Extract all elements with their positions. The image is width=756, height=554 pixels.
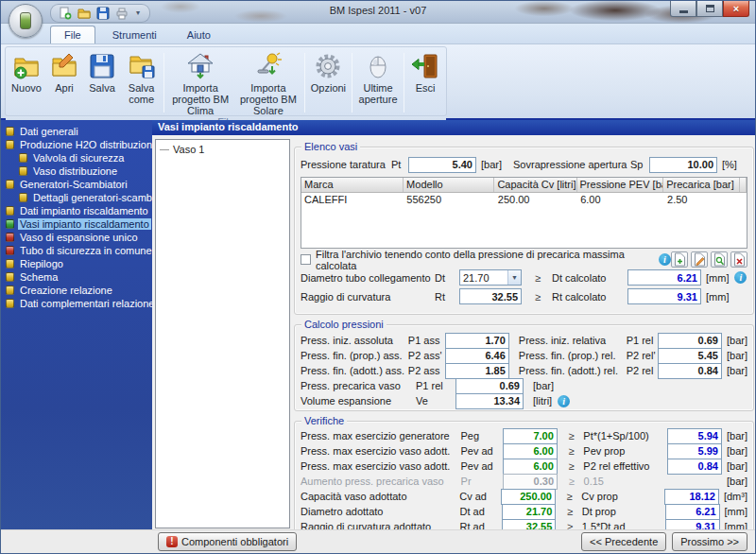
esci-button[interactable]: Esci [406, 49, 444, 116]
rt-symbol: Rt [435, 291, 459, 303]
salva-button[interactable]: Salva [83, 49, 121, 116]
node-icon [19, 153, 27, 163]
rt-label: Raggio di curvatura [301, 291, 435, 303]
maximize-button[interactable] [696, 1, 723, 17]
sidebar-item-vaso-espansione-unico[interactable]: Vaso di espansione unico [1, 231, 152, 244]
sidebar-item-generatori-scambiatori[interactable]: Generatori-Scambiatori [1, 178, 152, 191]
info-icon[interactable]: i [734, 271, 747, 284]
info-icon[interactable]: i [558, 395, 570, 407]
col-header-capacita[interactable]: Capacità Cv [litri] [494, 178, 576, 192]
componenti-obbligatori-button[interactable]: ! Componenti obbligatori [158, 532, 297, 551]
calcolo-row: Press. iniz. assolutaP1 ass 1.70 Press. … [301, 333, 747, 348]
precedente-button[interactable]: << Precedente [581, 532, 666, 551]
tree-item-vaso-1[interactable]: Vaso 1 [158, 144, 287, 155]
filter-checkbox[interactable] [301, 254, 311, 265]
adopted-field[interactable]: 7.00 [503, 428, 558, 444]
prossimo-button[interactable]: Prossimo >> [672, 532, 747, 551]
calcolo-pressioni-groupbox: Calcolo pressioni Press. iniz. assolutaP… [294, 324, 754, 411]
filter-label: Filtra l'archivio tenendo conto della pr… [316, 249, 653, 271]
save-as-icon [127, 51, 157, 81]
computed-field: 18.12 [664, 489, 719, 505]
ribbon-tab-strip: File Strumenti Aiuto [1, 24, 755, 44]
taratura-row: Pressione taratura Pt 5.40 [bar] Sovrapr… [301, 156, 747, 173]
minimize-button[interactable] [670, 1, 696, 17]
sidebar-item-creazione-relazione[interactable]: Creazione relazione [1, 284, 152, 297]
sidebar-item-tubo-sicurezza[interactable]: Tubo di sicurezza in comune [1, 244, 152, 257]
opzioni-button[interactable]: Opzioni [307, 49, 350, 116]
ultime-aperture-button[interactable]: Ultime aperture [354, 49, 402, 116]
pt-unit: [bar] [481, 159, 502, 170]
col-header-modello[interactable]: Modello [404, 178, 494, 192]
sidebar-item-schema[interactable]: Schema [1, 270, 152, 284]
dt-unit: [mm] [706, 272, 729, 284]
nuovo-button[interactable]: Nuovo [8, 49, 45, 116]
ribbon-separator [163, 53, 164, 113]
close-button[interactable]: × [723, 1, 749, 17]
adopted-field[interactable]: 6.00 [503, 443, 558, 459]
computed-field: 5.94 [667, 428, 722, 444]
tab-strumenti[interactable]: Strumenti [99, 26, 170, 43]
value-field: 0.84 [658, 363, 722, 379]
importa-bm-solare-button[interactable]: Importa progetto BM Solare [234, 49, 302, 116]
sidebar-item-produzione-h2o[interactable]: Produzione H2O distribuzione [1, 138, 152, 151]
adopted-field[interactable]: 250.00 [501, 489, 556, 505]
rt-field[interactable]: 32.55 [459, 288, 522, 304]
node-icon [6, 127, 14, 136]
window-title: BM Ispesl 2011 - v07 [1, 5, 755, 16]
import-house-icon [185, 51, 215, 81]
ribbon-separator [404, 53, 404, 113]
maximize-icon [706, 5, 714, 12]
sidebar-item-dati-generali[interactable]: Dati generali [1, 125, 152, 138]
verifica-row: Press. max esercizio generatorePeg 7.00 … [301, 428, 747, 443]
minimize-icon [679, 10, 688, 13]
adopted-field[interactable]: 6.00 [503, 459, 558, 475]
node-icon [6, 259, 14, 268]
tree-connector [160, 149, 169, 150]
application-menu-button[interactable] [9, 4, 43, 38]
node-icon [6, 272, 14, 282]
ribbon-separator [304, 53, 305, 113]
dt-combobox[interactable]: 21.70 ▼ [459, 269, 522, 286]
add-record-button[interactable] [671, 251, 688, 268]
filter-row: Filtra l'archivio tenendo conto della pr… [301, 251, 747, 268]
value-field: 1.85 [445, 363, 509, 379]
sidebar-item-vasi-impianto[interactable]: Vasi impianto riscaldamento [1, 217, 152, 231]
chevron-down-icon[interactable]: ▼ [507, 270, 521, 285]
col-header-pressione-pev[interactable]: Pressione PEV [bar] [577, 178, 664, 192]
tab-file[interactable]: File [50, 26, 95, 43]
value-field: 0.69 [455, 378, 524, 394]
tab-aiuto[interactable]: Aiuto [174, 26, 224, 43]
dt-label: Diametro tubo collegamento [301, 272, 435, 284]
info-icon[interactable]: i [659, 253, 671, 266]
sidebar-item-dettagli-generatori[interactable]: Dettagli generatori-scambiatori [1, 191, 152, 204]
sp-unit: [%] [722, 159, 737, 170]
sp-field[interactable]: 10.00 [649, 157, 717, 173]
col-header-precarica[interactable]: Precarica [bar] [663, 178, 740, 192]
table-row[interactable]: CALEFFI 556250 250.00 6.00 2.50 [301, 193, 747, 206]
verifica-row: Capacità vaso adottatoCv ad 250.00 ≥ Cv … [301, 489, 747, 504]
sidebar-item-dati-complementari[interactable]: Dati complementari relazione [1, 297, 152, 310]
mouse-icon [363, 51, 393, 81]
application-window: ▾ BM Ispesl 2011 - v07 × File Strumenti … [0, 0, 756, 554]
search-record-button[interactable] [711, 251, 728, 268]
archive-buttons [671, 251, 747, 268]
rt-unit: [mm] [706, 291, 729, 303]
delete-record-button[interactable] [730, 251, 747, 268]
adopted-field[interactable]: 21.70 [502, 504, 557, 520]
pt-field[interactable]: 5.40 [408, 157, 476, 173]
sidebar-item-valvola-sicurezza[interactable]: Valvola di sicurezza [1, 151, 152, 164]
edit-record-button[interactable] [691, 251, 708, 268]
value-field: 5.45 [658, 348, 722, 364]
apri-button[interactable]: Apri [45, 49, 83, 116]
sp-symbol: Sp [630, 159, 649, 170]
salva-come-button[interactable]: Salva come [121, 49, 162, 116]
importa-bm-clima-button[interactable]: Importa progetto BM Clima [166, 49, 234, 116]
col-header-empty [740, 178, 747, 192]
sidebar-item-riepilogo[interactable]: Riepilogo [1, 257, 152, 270]
col-header-marca[interactable]: Marca [301, 178, 404, 192]
pt-symbol: Pt [391, 159, 408, 170]
node-icon [6, 286, 14, 295]
calcolo-row: Volume espansioneVe 13.34 [litri] i [301, 393, 747, 408]
sidebar-item-vaso-distribuzione[interactable]: Vaso distribuzione [1, 164, 152, 178]
sidebar-item-dati-impianto[interactable]: Dati impianto riscaldamento [1, 204, 152, 217]
